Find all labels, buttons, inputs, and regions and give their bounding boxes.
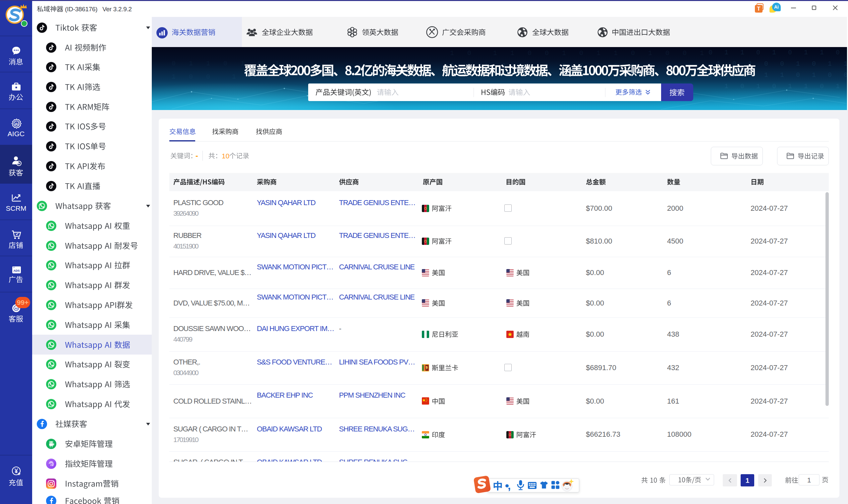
svg-text:ADS: ADS — [13, 269, 20, 272]
svg-text:AI: AI — [15, 307, 18, 310]
svg-text:AI: AI — [15, 122, 19, 126]
